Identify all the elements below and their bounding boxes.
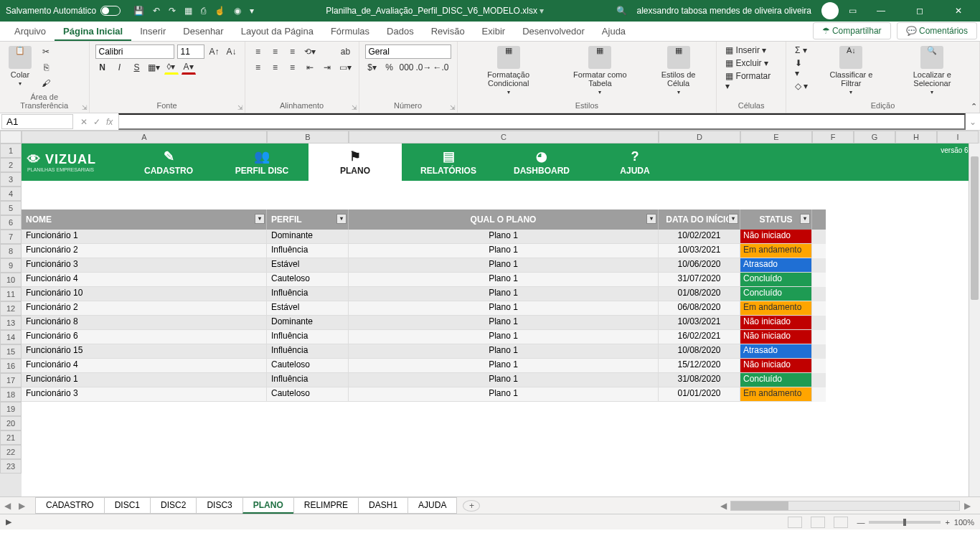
ribbon-tab-desenhar[interactable]: Desenhar xyxy=(174,23,232,41)
autosum-button[interactable]: Σ ▾ xyxy=(792,44,811,56)
cell-plano[interactable]: Plano 1 xyxy=(349,359,659,373)
select-all-button[interactable] xyxy=(0,131,22,143)
wrap-text-button[interactable]: ab xyxy=(339,44,353,59)
nav-dashboard[interactable]: ◕DASHBOARD xyxy=(495,143,588,181)
nav-cadastro[interactable]: ✎CADASTRO xyxy=(122,143,215,181)
cell-status[interactable]: Não iniciado xyxy=(740,330,812,344)
paste-button[interactable]: 📋 Colar▾ xyxy=(6,44,34,88)
percent-icon[interactable]: % xyxy=(382,60,397,75)
add-sheet-button[interactable]: + xyxy=(463,500,480,512)
sort-filter-button[interactable]: A↓Classificar e Filtrar▾ xyxy=(816,44,886,97)
name-box[interactable] xyxy=(1,114,73,129)
row-header-17[interactable]: 17 xyxy=(0,373,22,387)
qat-more-icon[interactable]: ▾ xyxy=(250,6,254,16)
col-header-G[interactable]: G xyxy=(854,131,895,143)
sheet-tab-ajuda[interactable]: AJUDA xyxy=(407,497,457,514)
col-header-A[interactable]: A xyxy=(22,131,267,143)
cell-data[interactable]: 10/08/2020 xyxy=(659,344,740,359)
cell-nome[interactable]: Funcionário 15 xyxy=(22,344,267,359)
cell-perfil[interactable]: Influência xyxy=(267,244,349,258)
cell-status[interactable]: Concluído xyxy=(740,273,812,287)
col-header-C[interactable]: C xyxy=(349,131,659,143)
clear-button[interactable]: ◇ ▾ xyxy=(792,80,811,92)
comments-button[interactable]: 💬 Comentários xyxy=(897,22,977,39)
conditional-format-button[interactable]: ▦Formatação Condicional▾ xyxy=(463,44,554,97)
search-icon[interactable]: 🔍 xyxy=(616,6,627,16)
col-header-H[interactable]: H xyxy=(895,131,937,143)
cell-plano[interactable]: Plano 1 xyxy=(349,344,659,359)
close-button[interactable]: ✕ xyxy=(944,6,973,16)
zoom-slider[interactable] xyxy=(869,521,941,524)
cell-perfil[interactable]: Cauteloso xyxy=(267,273,349,287)
font-dialog[interactable]: ⇲ xyxy=(237,104,243,111)
cell-perfil[interactable]: Cauteloso xyxy=(267,359,349,373)
share-button[interactable]: ☂ Compartilhar xyxy=(813,22,891,39)
fx-icon[interactable]: fx xyxy=(106,117,113,127)
enter-fx-icon[interactable]: ✓ xyxy=(93,117,100,127)
font-size-select[interactable] xyxy=(177,44,204,59)
user-name[interactable]: alexsandro tabosa mendes de oliveira oli… xyxy=(637,6,811,16)
zoom-level[interactable]: 100% xyxy=(954,518,974,527)
sheet-tab-disc1[interactable]: DISC1 xyxy=(104,497,151,514)
font-name-select[interactable] xyxy=(95,44,174,59)
table-row[interactable]: Funcionário 2 Estável Plano 1 06/08/2020… xyxy=(22,301,826,316)
cell-nome[interactable]: Funcionário 4 xyxy=(22,359,267,373)
indent-inc-icon[interactable]: ⇥ xyxy=(320,60,334,75)
sheet-tab-disc2[interactable]: DISC2 xyxy=(150,497,197,514)
row-header-2[interactable]: 2 xyxy=(0,158,22,172)
ribbon-tab-fórmulas[interactable]: Fórmulas xyxy=(322,23,378,41)
table-row[interactable]: Funcionário 2 Influência Plano 1 10/03/2… xyxy=(22,244,826,258)
cell-perfil[interactable]: Dominante xyxy=(267,230,349,244)
table-row[interactable]: Funcionário 4 Cauteloso Plano 1 31/07/20… xyxy=(22,273,826,287)
align-top-icon[interactable]: ≡ xyxy=(251,44,265,59)
row-header-18[interactable]: 18 xyxy=(0,387,22,402)
cell-plano[interactable]: Plano 1 xyxy=(349,316,659,330)
toggle-switch[interactable] xyxy=(100,6,121,16)
ribbon-tab-página-inicial[interactable]: Página Inicial xyxy=(55,23,131,41)
filter-status-button[interactable]: ▾ xyxy=(800,214,810,224)
cell-plano[interactable]: Plano 1 xyxy=(349,244,659,258)
table-row[interactable]: Funcionário 1 Influência Plano 1 31/08/2… xyxy=(22,373,826,387)
cell-status[interactable]: Não iniciado xyxy=(740,316,812,330)
fill-button[interactable]: ⬇ ▾ xyxy=(792,57,811,79)
row-header-12[interactable]: 12 xyxy=(0,301,22,316)
insert-button[interactable]: ▦ Inserir ▾ xyxy=(722,44,780,56)
cell-nome[interactable]: Funcionário 1 xyxy=(22,373,267,387)
ribbon-tab-layout-da-página[interactable]: Layout da Página xyxy=(232,23,322,41)
cell-perfil[interactable]: Cauteloso xyxy=(267,387,349,402)
table-row[interactable]: Funcionário 3 Estável Plano 1 10/06/2020… xyxy=(22,258,826,273)
camera-icon[interactable]: ◉ xyxy=(234,6,241,16)
cut-icon[interactable]: ✂ xyxy=(39,44,53,59)
cell-perfil[interactable]: Estável xyxy=(267,301,349,316)
italic-button[interactable]: I xyxy=(113,60,127,75)
col-header-E[interactable]: E xyxy=(740,131,812,143)
decrease-font-icon[interactable]: A↓ xyxy=(225,44,239,59)
cell-data[interactable]: 06/08/2020 xyxy=(659,301,740,316)
sheet-tab-disc3[interactable]: DISC3 xyxy=(196,497,242,514)
delete-button[interactable]: ▦ Excluir ▾ xyxy=(722,57,780,69)
number-format-select[interactable] xyxy=(365,44,451,59)
table-row[interactable]: Funcionário 10 Influência Plano 1 01/08/… xyxy=(22,287,826,301)
collapse-ribbon-icon[interactable]: ⌃ xyxy=(971,102,977,111)
number-dialog[interactable]: ⇲ xyxy=(450,104,456,111)
cell-nome[interactable]: Funcionário 3 xyxy=(22,387,267,402)
cell-plano[interactable]: Plano 1 xyxy=(349,230,659,244)
page-layout-button[interactable] xyxy=(811,517,825,528)
ribbon-tab-revisão[interactable]: Revisão xyxy=(423,23,473,41)
font-color-button[interactable]: A▾ xyxy=(182,60,196,75)
cell-plano[interactable]: Plano 1 xyxy=(349,330,659,344)
new-icon[interactable]: ▦ xyxy=(184,6,192,16)
cell-status[interactable]: Não iniciado xyxy=(740,359,812,373)
row-header-14[interactable]: 14 xyxy=(0,330,22,344)
row-header-5[interactable]: 5 xyxy=(0,201,22,215)
cell-perfil[interactable]: Dominante xyxy=(267,316,349,330)
copy-icon[interactable]: ⎘ xyxy=(39,60,53,75)
format-painter-icon[interactable]: 🖌 xyxy=(39,76,53,90)
cell-plano[interactable]: Plano 1 xyxy=(349,287,659,301)
ribbon-options-icon[interactable]: ▭ xyxy=(849,6,857,16)
cell-data[interactable]: 15/12/2020 xyxy=(659,359,740,373)
row-header-20[interactable]: 20 xyxy=(0,416,22,430)
zoom-in-button[interactable]: + xyxy=(945,518,949,527)
cell-status[interactable]: Atrasado xyxy=(740,344,812,359)
nav-ajuda[interactable]: ?AJUDA xyxy=(588,143,682,181)
